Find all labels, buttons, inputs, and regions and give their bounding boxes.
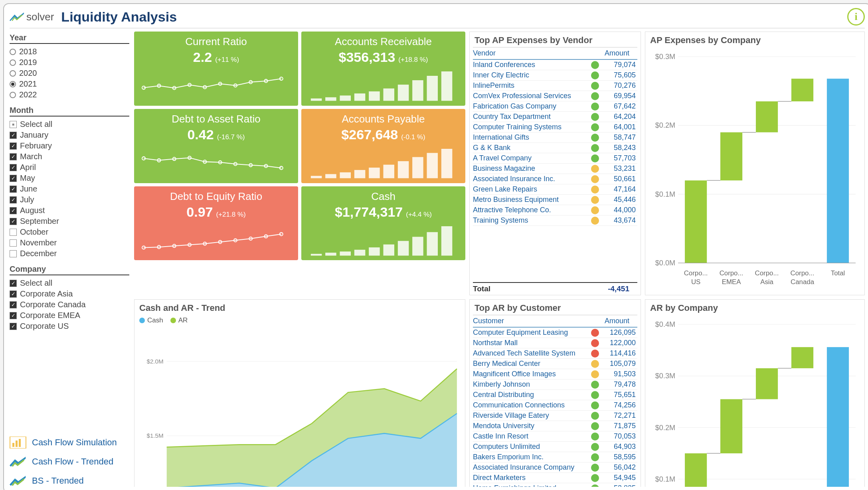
svg-rect-4 bbox=[16, 441, 18, 447]
ar-customer-rows[interactable]: Computer Equipment Leasing126,095Northst… bbox=[473, 328, 637, 487]
kpi-value: 0.42 bbox=[187, 127, 214, 142]
svg-rect-5 bbox=[19, 439, 21, 447]
table-row[interactable]: Training Systems43,674 bbox=[473, 215, 637, 226]
month-option[interactable]: August bbox=[10, 205, 129, 216]
month-option[interactable]: September bbox=[10, 216, 129, 227]
ap-vendor-rows[interactable]: Inland Conferences79,074Inner City Elect… bbox=[473, 60, 637, 282]
table-row[interactable]: Business Magazine53,231 bbox=[473, 164, 637, 174]
table-row[interactable]: Home Furnishings Limited53,825 bbox=[473, 483, 637, 487]
svg-text:Asia: Asia bbox=[760, 278, 773, 286]
table-row[interactable]: Communication Connections74,256 bbox=[473, 400, 637, 411]
svg-rect-65 bbox=[384, 244, 394, 255]
status-dot-icon bbox=[591, 217, 599, 225]
svg-text:$0.3M: $0.3M bbox=[655, 372, 675, 380]
status-dot-icon bbox=[591, 433, 599, 441]
table-row[interactable]: Bakers Emporium Inc.58,595 bbox=[473, 452, 637, 462]
month-option[interactable]: March bbox=[10, 151, 129, 162]
table-row[interactable]: Northstar Mall122,000 bbox=[473, 338, 637, 348]
svg-rect-126 bbox=[756, 368, 778, 399]
ar-customer-header[interactable]: Customer Amount bbox=[473, 315, 637, 328]
month-option[interactable]: December bbox=[10, 248, 129, 259]
table-row[interactable]: Associated Insurance Company56,042 bbox=[473, 462, 637, 473]
kpi-card[interactable]: Debt to Equity Ratio 0.97(+21.8 %) bbox=[134, 186, 298, 261]
table-row[interactable]: Green Lake Repairs47,164 bbox=[473, 184, 637, 195]
month-option[interactable]: November bbox=[10, 237, 129, 248]
nav-link[interactable]: Cash Flow - Trended bbox=[10, 456, 129, 468]
table-row[interactable]: Inland Conferences79,074 bbox=[473, 60, 637, 70]
panel-ar-company: AR by Company $0.0M$0.1M$0.2M$0.3M$0.4MC… bbox=[645, 299, 865, 487]
table-row[interactable]: Magnificent Office Images91,503 bbox=[473, 369, 637, 379]
company-option[interactable]: Corporate Canada bbox=[10, 299, 129, 310]
year-option-2021[interactable]: 2021 bbox=[10, 79, 129, 89]
svg-rect-3 bbox=[12, 443, 14, 447]
table-row[interactable]: Attractive Telephone Co.44,000 bbox=[473, 205, 637, 215]
kpi-card[interactable]: Accounts Payable $267,648(-0.1 %) bbox=[301, 109, 465, 183]
month-filter-title: Month bbox=[10, 106, 129, 117]
month-option[interactable]: February bbox=[10, 140, 129, 151]
year-option-2022[interactable]: 2022 bbox=[10, 89, 129, 100]
legend-label: AR bbox=[178, 316, 188, 324]
table-row[interactable]: ComVex Professional Services69,954 bbox=[473, 91, 637, 101]
table-row[interactable]: Advanced Tech Satellite System114,416 bbox=[473, 348, 637, 359]
svg-rect-67 bbox=[412, 237, 423, 255]
kpi-card[interactable]: Debt to Asset Ratio 0.42(-16.7 %) bbox=[134, 109, 298, 183]
status-dot-icon bbox=[591, 350, 599, 358]
table-row[interactable]: Fabrication Gas Company67,642 bbox=[473, 101, 637, 112]
table-row[interactable]: Inner City Electric75,605 bbox=[473, 70, 637, 81]
kpi-card[interactable]: Cash $1,774,317(+4.4 %) bbox=[301, 186, 465, 261]
table-row[interactable]: Mendota University71,875 bbox=[473, 421, 637, 431]
ap-vendor-header[interactable]: Vendor Amount bbox=[473, 47, 637, 60]
nav-link[interactable]: BS - Trended bbox=[10, 475, 129, 487]
checkbox-icon bbox=[10, 132, 17, 139]
year-option-2018[interactable]: 2018 bbox=[10, 46, 129, 57]
sparkbar-icon bbox=[307, 142, 460, 181]
kpi-title: Accounts Receivable bbox=[307, 36, 460, 48]
month-option[interactable]: October bbox=[10, 227, 129, 237]
status-dot-icon bbox=[591, 186, 599, 194]
table-row[interactable]: Computer Equipment Leasing126,095 bbox=[473, 328, 637, 338]
month-option[interactable]: May bbox=[10, 173, 129, 184]
table-row[interactable]: Castle Inn Resort70,053 bbox=[473, 431, 637, 442]
kpi-card[interactable]: Accounts Receivable $356,313(+18.8 %) bbox=[301, 32, 465, 106]
info-button[interactable]: i bbox=[847, 8, 865, 26]
status-dot-icon bbox=[591, 453, 599, 461]
table-row[interactable]: A Travel Company57,703 bbox=[473, 153, 637, 164]
kpi-title: Current Ratio bbox=[140, 36, 293, 48]
table-row[interactable]: International Gifts58,747 bbox=[473, 132, 637, 143]
solver-logo-icon bbox=[10, 12, 24, 21]
status-dot-icon bbox=[591, 113, 599, 121]
year-option-2019[interactable]: 2019 bbox=[10, 57, 129, 68]
month-select-all[interactable]: Select all bbox=[10, 119, 129, 130]
company-option[interactable]: Corporate EMEA bbox=[10, 310, 129, 321]
table-row[interactable]: Riverside Village Eatery72,271 bbox=[473, 411, 637, 421]
table-row[interactable]: Kimberly Johnson79,478 bbox=[473, 379, 637, 390]
table-row[interactable]: Central Distributing75,651 bbox=[473, 390, 637, 400]
table-row[interactable]: Computers Unlimited64,903 bbox=[473, 442, 637, 452]
kpi-card[interactable]: Current Ratio 2.2(+11 %) bbox=[134, 32, 298, 106]
ar-company-chart: $0.0M$0.1M$0.2M$0.3M$0.4MCorpo...USCorpo… bbox=[645, 315, 864, 487]
nav-link[interactable]: Cash Flow Simulation bbox=[10, 437, 129, 449]
kpi-delta: (-0.1 %) bbox=[401, 133, 425, 141]
year-option-2020[interactable]: 2020 bbox=[10, 68, 129, 79]
status-dot-icon bbox=[591, 196, 599, 204]
table-row[interactable]: Associated Insurance Inc.50,661 bbox=[473, 174, 637, 184]
table-row[interactable]: Metro Business Equipment45,446 bbox=[473, 195, 637, 205]
status-dot-icon bbox=[591, 144, 599, 152]
svg-rect-85 bbox=[827, 79, 849, 263]
svg-text:$0.1M: $0.1M bbox=[655, 190, 675, 198]
company-select-all[interactable]: Select all bbox=[10, 278, 129, 288]
status-dot-icon bbox=[591, 443, 599, 451]
table-row[interactable]: Computer Training Systems64,001 bbox=[473, 122, 637, 132]
month-option[interactable]: January bbox=[10, 130, 129, 140]
table-row[interactable]: Berry Medical Center105,079 bbox=[473, 359, 637, 369]
month-option[interactable]: April bbox=[10, 162, 129, 173]
company-option[interactable]: Corporate Asia bbox=[10, 288, 129, 299]
month-option[interactable]: June bbox=[10, 184, 129, 194]
table-row[interactable]: InlinePermits70,276 bbox=[473, 81, 637, 91]
table-row[interactable]: G & K Bank58,243 bbox=[473, 143, 637, 153]
table-row[interactable]: Country Tax Department64,204 bbox=[473, 112, 637, 122]
table-row[interactable]: Direct Marketers54,945 bbox=[473, 473, 637, 483]
month-option[interactable]: July bbox=[10, 194, 129, 205]
company-option[interactable]: Corporate US bbox=[10, 321, 129, 332]
sidebar: Year 20182019202020212022 Month Select a… bbox=[10, 32, 129, 487]
